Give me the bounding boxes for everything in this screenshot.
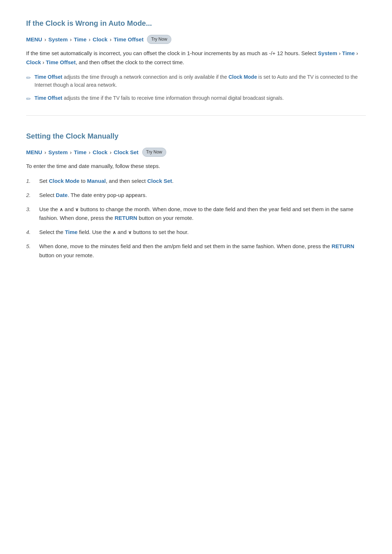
step-content-4: Select the Time field. Use the ∧ and ∨ b… [39,228,366,237]
note-text-1: Time Offset adjusts the time through a n… [34,73,366,89]
breadcrumb2-sep-4: › [110,148,111,157]
breadcrumb-time: Time [74,35,87,44]
step1-manual: Manual [87,178,106,184]
step5-return: RETURN [331,243,354,249]
inline-time-1: Time [342,50,355,56]
note-timeoffset-highlight-2: Time Offset [34,95,62,101]
up-arrow-1: ∧ [60,207,63,212]
step4-time: Time [65,229,78,235]
breadcrumb2-time: Time [74,148,87,157]
section1-body: If the time set automatically is incorre… [26,49,366,67]
note-text-2: Time Offset adjusts the time if the TV f… [34,94,284,102]
section-auto-mode: If the Clock is Wrong in Auto Mode... ME… [26,17,366,104]
pencil-icon-2: ✏ [26,94,31,104]
step-4: 4. Select the Time field. Use the ∧ and … [26,228,366,237]
step-2: 2. Select Date. The date entry pop-up ap… [26,191,366,200]
step-num-4: 4. [26,228,39,237]
step-5: 5. When done, move to the minutes field … [26,242,366,260]
down-arrow-2: ∨ [128,230,132,235]
up-arrow-2: ∧ [113,230,116,235]
breadcrumb2-sep-3: › [89,148,90,157]
try-now-badge-1[interactable]: Try Now [147,35,171,44]
note-clockmode-highlight-1: Clock Mode [228,74,257,80]
breadcrumb2-system: System [48,148,68,157]
step-1: 1. Set Clock Mode to Manual, and then se… [26,177,366,186]
pencil-icon-1: ✏ [26,73,31,83]
note-list-section1: ✏ Time Offset adjusts the time through a… [26,73,366,104]
breadcrumb2-menu: MENU [26,148,42,157]
step2-date: Date [56,192,68,198]
note-timeoffset-highlight-1: Time Offset [34,74,62,80]
note-item-1: ✏ Time Offset adjusts the time through a… [26,73,366,89]
breadcrumb-clock: Clock [93,35,107,44]
step-num-2: 2. [26,191,39,200]
breadcrumb-sep-4: › [110,35,111,44]
step3-return: RETURN [115,215,138,221]
down-arrow-1: ∨ [75,207,79,212]
breadcrumb-system: System [48,35,68,44]
breadcrumb2-sep-1: › [44,148,46,157]
step-content-1: Set Clock Mode to Manual, and then selec… [39,177,366,186]
breadcrumb2-clockset: Clock Set [114,148,138,157]
step-num-3: 3. [26,205,39,214]
inline-system-1: System [318,50,337,56]
inline-timeoffset-1: Time Offset [46,59,75,65]
breadcrumb-section2: MENU › System › Time › Clock › Clock Set… [26,148,366,157]
breadcrumb-time-offset: Time Offset [114,35,143,44]
step-num-5: 5. [26,242,39,251]
step1-clockset: Clock Set [147,178,172,184]
breadcrumb-sep-3: › [89,35,90,44]
breadcrumb-section1: MENU › System › Time › Clock › Time Offs… [26,35,366,44]
breadcrumb2-sep-2: › [70,148,72,157]
note-item-2: ✏ Time Offset adjusts the time if the TV… [26,94,366,104]
step-content-2: Select Date. The date entry pop-up appea… [39,191,366,200]
step-content-3: Use the ∧ and ∨ buttons to change the mo… [39,205,366,223]
steps-list: 1. Set Clock Mode to Manual, and then se… [26,177,366,260]
section2-intro: To enter the time and date manually, fol… [26,162,366,171]
section-manual-clock: Setting the Clock Manually MENU › System… [26,130,366,260]
inline-clock-1: Clock [26,59,41,65]
step-num-1: 1. [26,177,39,186]
try-now-badge-2[interactable]: Try Now [142,148,166,157]
breadcrumb2-clock: Clock [93,148,107,157]
step-3: 3. Use the ∧ and ∨ buttons to change the… [26,205,366,223]
breadcrumb-sep-2: › [70,35,72,44]
step-content-5: When done, move to the minutes field and… [39,242,366,260]
section-divider [26,115,366,116]
breadcrumb-menu: MENU [26,35,42,44]
section1-title: If the Clock is Wrong in Auto Mode... [26,17,366,29]
section2-title: Setting the Clock Manually [26,130,366,142]
step1-clockmode: Clock Mode [49,178,79,184]
breadcrumb-sep-1: › [44,35,46,44]
